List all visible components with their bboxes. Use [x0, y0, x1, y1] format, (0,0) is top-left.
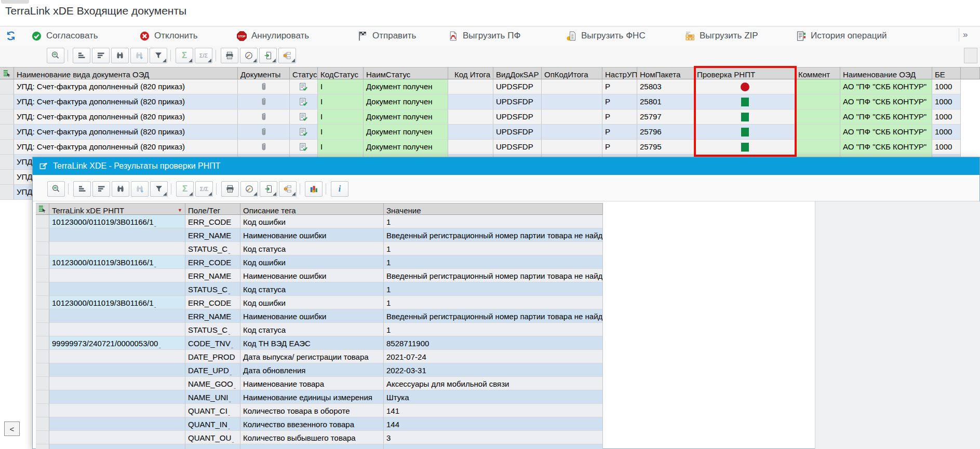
views-button[interactable]	[240, 48, 258, 63]
paperclip-icon[interactable]	[259, 127, 269, 137]
dialog-titlebar[interactable]: TerraLink XDE - Результаты проверки РНПТ	[33, 157, 979, 175]
cell-nastrupd[interactable]: P	[602, 110, 637, 125]
cell-documents[interactable]	[238, 140, 290, 155]
cell-key[interactable]	[49, 309, 185, 323]
cell-key[interactable]	[49, 350, 185, 363]
cell-tag[interactable]: DATE_PROD	[185, 350, 240, 363]
cell-tag[interactable]: NAME_UNI	[185, 390, 240, 404]
find-button[interactable]	[111, 48, 129, 63]
column-header-desc[interactable]: Описание тега	[240, 203, 384, 215]
row-selector-cell[interactable]	[36, 242, 49, 255]
cell-status[interactable]	[290, 110, 318, 125]
cell-key[interactable]	[49, 431, 185, 444]
row-selector-cell[interactable]	[0, 94, 14, 110]
row-selector-cell[interactable]	[36, 269, 49, 282]
cell-tag[interactable]: ERR_CODE	[185, 296, 240, 309]
cell-doc_type[interactable]: УПД: Счет-фактура дополненный (820 прика…	[14, 125, 238, 140]
refresh-button[interactable]	[5, 28, 17, 44]
cell-nompaketa[interactable]: 25801	[637, 94, 694, 110]
row-selector-cell[interactable]	[36, 323, 49, 336]
row-selector-cell[interactable]	[36, 444, 49, 449]
cell-key[interactable]	[49, 323, 185, 336]
export-button[interactable]	[259, 48, 277, 63]
cell-naim_oed[interactable]: АО "ПФ "СКБ КОНТУР"	[840, 110, 932, 125]
cell-doc_type[interactable]: УПД: Счет-фактура дополненный (820 прика…	[14, 94, 238, 110]
row-selector-cell[interactable]	[0, 110, 14, 125]
cell-tag[interactable]: CODE_TNV	[185, 336, 240, 350]
cell-nompaketa[interactable]: 25797	[637, 110, 694, 125]
grid-scroll-corner[interactable]	[964, 48, 977, 63]
cell-naim_oed[interactable]: АО "ПФ "СКБ КОНТУР"	[840, 140, 932, 155]
row-selector-cell[interactable]	[36, 282, 49, 296]
cell-kodstatus[interactable]: I	[318, 140, 364, 155]
column-header-naim_oed[interactable]: Наименование ОЭД	[840, 67, 932, 79]
paperclip-icon[interactable]	[259, 97, 269, 107]
cell-desc[interactable]: Код ошибки	[240, 296, 384, 309]
row-selector-cell[interactable]	[36, 377, 49, 390]
cell-viddoksap[interactable]: UPDSFDP	[493, 140, 542, 155]
table-corner-cell[interactable]	[0, 67, 14, 79]
cell-be[interactable]: 1000	[932, 125, 961, 140]
sort-desc-button[interactable]	[92, 48, 110, 63]
toolbar-more-button[interactable]: »	[963, 30, 968, 40]
cell-tag[interactable]: ERR_NAME	[185, 309, 240, 323]
cell-komment[interactable]	[796, 110, 840, 125]
column-header-komment[interactable]: Коммент	[796, 67, 840, 79]
cell-tag[interactable]: NAME_GOO	[185, 377, 240, 390]
cell-tag[interactable]: QUANT_IN	[185, 417, 240, 431]
cell-documents[interactable]	[238, 110, 290, 125]
views-button[interactable]	[240, 181, 258, 197]
cell-naimstatus[interactable]: Документ получен	[364, 110, 448, 125]
document-check-icon[interactable]	[299, 112, 308, 122]
cell-value[interactable]: 8528711900	[384, 336, 603, 350]
cell-naim_oed[interactable]: АО "ПФ "СКБ КОНТУР"	[840, 94, 932, 110]
paperclip-icon[interactable]	[259, 112, 269, 122]
cell-key[interactable]	[49, 377, 185, 390]
column-header-viddoksap[interactable]: ВидДокSAP	[493, 67, 542, 79]
cell-kodstatus[interactable]: I	[318, 94, 364, 110]
cell-viddoksap[interactable]: UPDSFDP	[493, 79, 542, 94]
toolbar-button-flag[interactable]: Отправить	[357, 28, 416, 44]
cell-nompaketa[interactable]: 25795	[637, 140, 694, 155]
cell-tag[interactable]: STATUS_C	[185, 242, 240, 255]
detail-button[interactable]	[47, 48, 64, 63]
cell-be[interactable]: 1000	[932, 140, 961, 155]
cell-desc[interactable]: Количество выбывшего товара	[240, 431, 384, 444]
column-header-nastrupd[interactable]: НастрУПД	[602, 67, 637, 79]
cell-key[interactable]	[49, 390, 185, 404]
scroll-left-button[interactable]: <	[4, 421, 20, 436]
cell-status[interactable]	[290, 94, 318, 110]
cell-komment[interactable]	[796, 79, 840, 94]
cell-desc[interactable]: Наименование ошибки	[240, 269, 384, 282]
cell-kodstatus[interactable]: I	[318, 125, 364, 140]
row-selector-cell[interactable]	[0, 185, 14, 200]
cell-value[interactable]: 144	[384, 417, 603, 431]
cell-documents[interactable]	[238, 94, 290, 110]
cell-naimstatus[interactable]: Документ получен	[364, 79, 448, 94]
cell-komment[interactable]	[796, 125, 840, 140]
cell-tag[interactable]: STATUS_C	[185, 282, 240, 296]
cell-key[interactable]: 99999973/240721/0000053/00	[49, 336, 185, 350]
toolbar-button-zip[interactable]: Выгрузить ZIP	[684, 28, 758, 44]
cell-documents[interactable]	[238, 79, 290, 94]
row-selector-cell[interactable]	[36, 431, 49, 444]
row-selector-cell[interactable]	[36, 350, 49, 363]
toolbar-button-reject[interactable]: Отклонить	[139, 28, 198, 44]
row-selector-cell[interactable]	[36, 228, 49, 242]
cell-nompaketa[interactable]: 25803	[637, 79, 694, 94]
find-next-button[interactable]	[130, 48, 148, 63]
cell-value[interactable]: 1	[384, 242, 603, 255]
cell-desc[interactable]: Код ошибки	[240, 215, 384, 228]
cell-doc_type[interactable]: УПД: Счет-фактура дополненный (820 прика…	[14, 79, 238, 94]
cell-nompaketa[interactable]: 25796	[637, 125, 694, 140]
cell-value[interactable]: 2021-07-24	[384, 350, 603, 363]
cell-opkoditoga[interactable]	[542, 125, 602, 140]
cell-desc[interactable]: Код ТН ВЭД ЕАЭС	[240, 336, 384, 350]
cell-doc_type[interactable]: УПД: Счет-фактура дополненный (820 прика…	[14, 110, 238, 125]
cell-value[interactable]: Введенный регистрационный номер партии т…	[384, 228, 603, 242]
cell-value[interactable]: 141	[384, 404, 603, 417]
cell-status[interactable]	[290, 125, 318, 140]
cell-value[interactable]: 1	[384, 282, 603, 296]
row-selector-cell[interactable]	[36, 404, 49, 417]
layout-button[interactable]	[279, 181, 297, 197]
